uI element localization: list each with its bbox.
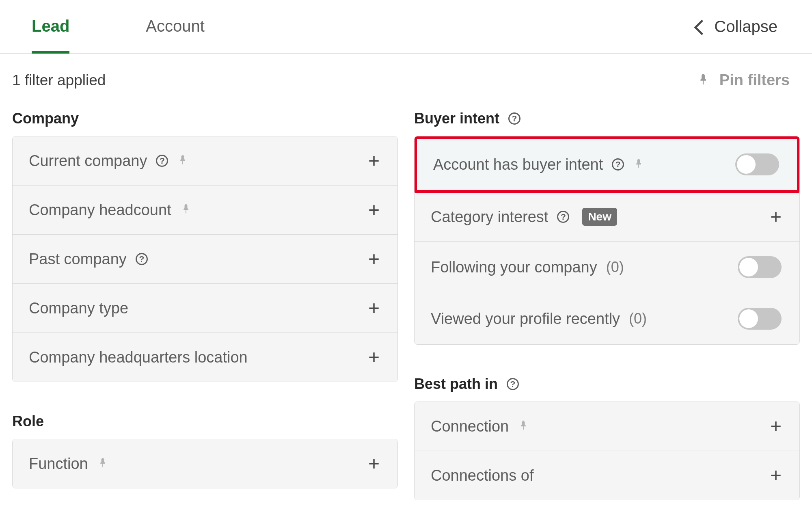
filter-row-left: Viewed your profile recently (0) (431, 310, 647, 328)
filter-label: Connections of (431, 467, 534, 484)
plus-icon: + (770, 417, 782, 436)
plus-icon: + (368, 298, 380, 318)
filter-row-left: Category interest ? New (431, 208, 617, 226)
plus-icon: + (368, 249, 380, 269)
section-title-company: Company (12, 110, 398, 127)
toggle-viewed-profile-recently[interactable] (738, 308, 782, 330)
filter-row-left: Account has buyer intent ? (433, 156, 644, 173)
pin-icon[interactable] (180, 203, 192, 216)
tab-account[interactable]: Account (110, 0, 240, 53)
tab-bar: Lead Account Collapse (0, 0, 812, 54)
section-title-label: Role (12, 413, 44, 430)
filter-row-left: Connections of (431, 467, 534, 484)
filter-row-left: Connection (431, 418, 529, 435)
section-title-label: Company (12, 110, 79, 127)
toggle-following-your-company[interactable] (738, 256, 782, 278)
filter-group-best-path-in: Connection + Connections of + (414, 402, 800, 500)
toggle-account-has-buyer-intent[interactable] (735, 153, 779, 175)
toggle-knob (739, 258, 758, 276)
section-title-best-path-in: Best path in ? (414, 376, 800, 393)
toggle-knob (737, 155, 756, 174)
filter-row-left: Company type (29, 300, 128, 317)
filter-count-inline: (0) (629, 310, 647, 327)
help-icon[interactable]: ? (612, 158, 624, 171)
plus-icon: + (770, 207, 782, 227)
collapse-label: Collapse (714, 17, 777, 36)
plus-icon: + (368, 200, 380, 220)
filter-connections-of[interactable]: Connections of + (415, 451, 799, 500)
pin-icon (697, 73, 710, 88)
filter-connection[interactable]: Connection + (415, 402, 799, 451)
section-title-buyer-intent: Buyer intent ? (414, 110, 800, 127)
filter-following-your-company[interactable]: Following your company (0) (415, 242, 799, 293)
filter-columns: Company Current company ? + Company head… (0, 102, 812, 516)
pin-icon[interactable] (633, 158, 644, 171)
filter-row-left: Company headcount (29, 201, 192, 219)
filter-label: Company headquarters location (29, 349, 248, 366)
toggle-knob (739, 309, 758, 328)
filter-group-company: Current company ? + Company headcount + (12, 136, 398, 382)
filter-label: Past company (29, 250, 127, 268)
help-icon[interactable]: ? (507, 378, 519, 390)
section-title-role: Role (12, 413, 398, 430)
collapse-button[interactable]: Collapse (695, 17, 800, 36)
filter-count-inline: (0) (606, 259, 624, 276)
pin-filters-label: Pin filters (719, 71, 790, 89)
pin-icon[interactable] (177, 154, 188, 167)
plus-icon: + (770, 466, 782, 485)
tab-lead[interactable]: Lead (32, 0, 69, 54)
pin-filters-button[interactable]: Pin filters (697, 71, 790, 89)
filter-row-left: Company headquarters location (29, 349, 248, 366)
filter-category-interest[interactable]: Category interest ? New + (415, 192, 799, 242)
filter-label: Account has buyer intent (433, 156, 603, 173)
filter-past-company[interactable]: Past company ? + (13, 235, 397, 284)
new-badge: New (582, 208, 617, 226)
left-column: Company Current company ? + Company head… (12, 110, 398, 516)
help-icon[interactable]: ? (156, 155, 168, 167)
filter-function[interactable]: Function + (13, 439, 397, 488)
tabs-container: Lead Account (0, 0, 240, 53)
filter-row-left: Current company ? (29, 152, 188, 170)
chevron-left-icon (695, 19, 704, 34)
filter-group-role: Function + (12, 439, 398, 488)
filter-label: Current company (29, 152, 147, 170)
filter-company-type[interactable]: Company type + (13, 284, 397, 333)
filter-label: Company type (29, 300, 128, 317)
filter-label: Viewed your profile recently (431, 310, 620, 328)
filter-company-hq-location[interactable]: Company headquarters location + (13, 333, 397, 382)
filter-label: Function (29, 455, 88, 473)
filter-current-company[interactable]: Current company ? + (13, 136, 397, 186)
plus-icon: + (368, 151, 380, 171)
filter-row-left: Function (29, 455, 108, 473)
filter-row-left: Past company ? (29, 250, 148, 268)
help-icon[interactable]: ? (136, 253, 148, 265)
plus-icon: + (368, 454, 380, 473)
plus-icon: + (368, 348, 380, 367)
filter-label: Company headcount (29, 201, 171, 219)
section-title-label: Buyer intent (414, 110, 499, 127)
filter-account-has-buyer-intent[interactable]: Account has buyer intent ? (414, 136, 800, 193)
filter-applied-count: 1 filter applied (12, 72, 106, 89)
filter-label: Following your company (431, 259, 597, 276)
filter-viewed-profile-recently[interactable]: Viewed your profile recently (0) (415, 293, 799, 344)
filter-header: 1 filter applied Pin filters (0, 54, 812, 102)
filter-row-left: Following your company (0) (431, 259, 624, 276)
help-icon[interactable]: ? (508, 112, 520, 125)
filter-label: Connection (431, 418, 509, 435)
filter-label: Category interest (431, 208, 548, 226)
section-title-label: Best path in (414, 376, 498, 393)
help-icon[interactable]: ? (557, 211, 569, 223)
right-column: Buyer intent ? Account has buyer intent … (414, 110, 800, 516)
pin-icon[interactable] (518, 420, 529, 433)
filter-group-buyer-intent: Account has buyer intent ? Category inte… (414, 136, 800, 345)
filter-company-headcount[interactable]: Company headcount + (13, 186, 397, 235)
pin-icon[interactable] (97, 457, 108, 470)
